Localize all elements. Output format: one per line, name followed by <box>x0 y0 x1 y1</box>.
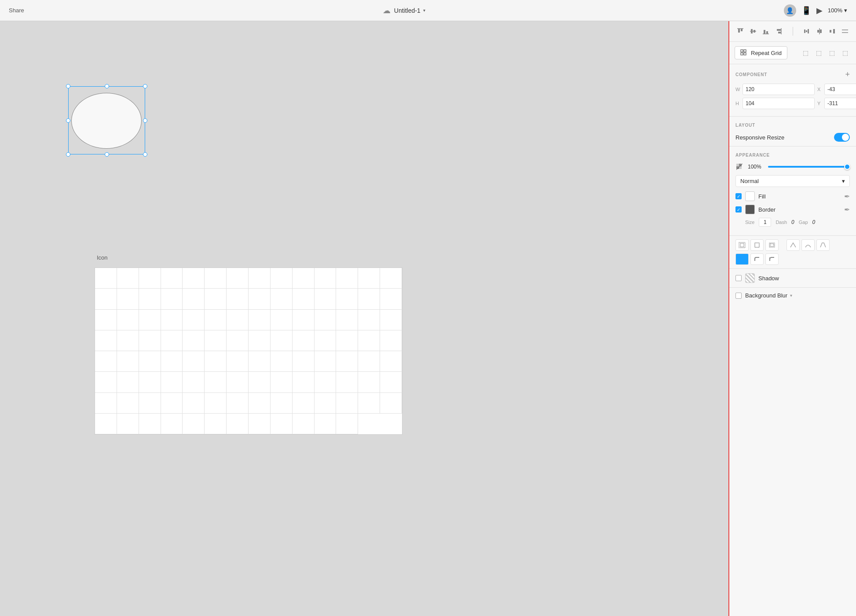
fill-color-swatch[interactable] <box>745 191 755 201</box>
grid-cell <box>161 330 183 351</box>
fill-checkbox[interactable] <box>735 193 742 199</box>
distribute-equal-button[interactable] <box>839 26 851 37</box>
bg-blur-checkbox[interactable] <box>735 293 742 299</box>
align-bottom-button[interactable] <box>760 26 772 37</box>
grid-cell <box>380 310 402 330</box>
grid-cell <box>205 414 227 434</box>
paste-size-button[interactable]: ⬚ <box>839 47 851 59</box>
handle-middle-left[interactable] <box>66 118 70 123</box>
grid-cell <box>358 268 380 289</box>
handle-top-center[interactable] <box>105 84 109 88</box>
blend-mode-dropdown[interactable]: Normal ▾ <box>735 175 850 187</box>
handle-bottom-center[interactable] <box>105 152 109 157</box>
copy-appearance-button[interactable]: ⬚ <box>800 47 811 59</box>
grid-cell <box>380 393 402 414</box>
grid-cell <box>293 393 315 414</box>
svg-rect-19 <box>833 29 835 33</box>
handle-bottom-right[interactable] <box>143 152 147 157</box>
document-title: Untitled-1 ▾ <box>394 7 425 14</box>
repeat-grid-button[interactable]: Repeat Grid <box>735 46 787 59</box>
opacity-row: 100% <box>735 163 850 171</box>
share-button[interactable]: Share <box>9 7 24 14</box>
corner-sharp-button[interactable] <box>735 253 749 265</box>
fill-row: Fill ✒ <box>735 191 850 201</box>
border-color-swatch[interactable] <box>745 205 755 214</box>
fill-eyedropper-button[interactable]: ✒ <box>844 192 850 201</box>
grid-cell <box>183 268 205 289</box>
border-size-input[interactable] <box>759 218 771 227</box>
grid-cell <box>293 310 315 330</box>
distribute-center-button[interactable] <box>814 26 825 37</box>
title-chevron-icon[interactable]: ▾ <box>423 8 425 13</box>
opacity-slider-thumb[interactable] <box>844 164 850 170</box>
align-top-button[interactable] <box>735 26 746 37</box>
align-right-button[interactable] <box>773 26 784 37</box>
corner-inverted-button[interactable] <box>765 253 779 265</box>
paste-appearance-button[interactable]: ⬚ <box>813 47 824 59</box>
copy-size-button[interactable]: ⬚ <box>826 47 838 59</box>
grid-cell <box>183 393 205 414</box>
grid-cell <box>380 330 402 351</box>
handle-bottom-left[interactable] <box>66 152 70 157</box>
handle-middle-right[interactable] <box>143 118 147 123</box>
zoom-control[interactable]: 100% ▾ <box>828 7 847 14</box>
shadow-swatch[interactable] <box>745 273 755 283</box>
grid-cell <box>95 310 117 330</box>
canvas-area[interactable]: Icon <box>0 21 728 616</box>
grid-cell <box>315 310 337 330</box>
border-pos-center-button[interactable] <box>750 239 764 251</box>
border-label: Border <box>758 206 841 213</box>
grid-cell <box>227 330 249 351</box>
svg-rect-25 <box>744 53 746 55</box>
align-group-left <box>735 26 784 37</box>
y-group: Y <box>817 98 856 109</box>
grid-cell <box>95 330 117 351</box>
preview-button[interactable]: ▶ <box>816 6 823 15</box>
handle-top-right[interactable] <box>143 84 147 88</box>
responsive-resize-label: Responsive Resize <box>735 134 784 141</box>
x-label: X <box>817 87 823 92</box>
grid-cell <box>95 414 117 434</box>
width-input[interactable] <box>743 84 815 95</box>
x-input[interactable] <box>824 84 856 95</box>
border-join-round-button[interactable] <box>801 239 815 251</box>
border-pos-outer-button[interactable] <box>735 239 749 251</box>
grid-cell <box>139 351 161 372</box>
user-avatar: 👤 <box>784 4 796 17</box>
component-add-button[interactable]: + <box>845 70 850 78</box>
svg-rect-12 <box>804 29 805 33</box>
responsive-resize-toggle[interactable] <box>834 133 850 142</box>
corner-rounded-button[interactable] <box>750 253 764 265</box>
toolbar-divider <box>793 27 793 36</box>
svg-rect-26 <box>736 164 739 166</box>
border-eyedropper-button[interactable]: ✒ <box>844 205 850 214</box>
device-icon: 📱 <box>801 6 811 15</box>
grid-cell <box>315 351 337 372</box>
height-group: H <box>735 98 815 109</box>
align-center-v-button[interactable] <box>747 26 759 37</box>
grid-cell <box>336 372 358 392</box>
border-pos-inner-button[interactable] <box>765 239 779 251</box>
grid-cell <box>315 414 337 434</box>
opacity-slider[interactable] <box>768 166 850 168</box>
grid-cell <box>205 393 227 414</box>
y-input[interactable] <box>824 98 856 109</box>
bg-blur-expand-icon[interactable]: ▾ <box>790 293 792 298</box>
distribute-right-button[interactable] <box>827 26 838 37</box>
shadow-checkbox[interactable] <box>735 275 742 281</box>
grid-cell <box>358 289 380 309</box>
selection-box <box>68 86 145 154</box>
shape-container[interactable] <box>68 86 145 154</box>
border-join-bevel-button[interactable] <box>816 239 830 251</box>
svg-rect-31 <box>740 243 744 247</box>
ellipse-shape[interactable] <box>71 93 142 149</box>
distribute-left-button[interactable] <box>801 26 812 37</box>
border-join-miter-button[interactable] <box>786 239 800 251</box>
grid-cell <box>271 330 293 351</box>
handle-top-left[interactable] <box>66 84 70 88</box>
border-checkbox[interactable] <box>735 206 742 213</box>
grid-cell <box>227 372 249 392</box>
grid-cell <box>139 330 161 351</box>
grid-cell <box>315 268 337 289</box>
height-input[interactable] <box>743 98 815 109</box>
